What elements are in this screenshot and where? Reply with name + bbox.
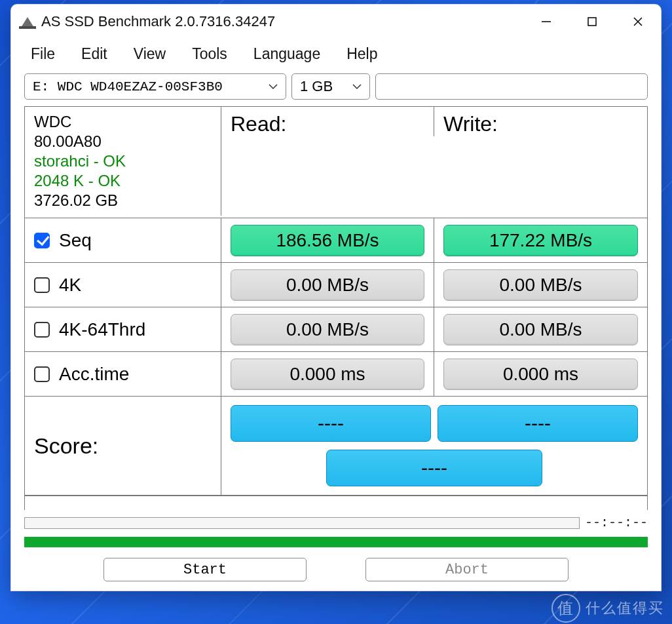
menu-file[interactable]: File [31,45,55,63]
row-4k: 4K 0.00 MB/s 0.00 MB/s [25,263,647,307]
menu-language[interactable]: Language [253,45,320,63]
value-acc-write: 0.000 ms [443,359,638,390]
results-grid: WDC 80.00A80 storahci - OK 2048 K - OK 3… [24,106,648,496]
watermark-badge: 值 [551,594,580,623]
row-acc-read-cell: 0.000 ms [221,352,434,396]
size-select-value: 1 GB [300,78,346,95]
svg-rect-2 [588,18,596,26]
row-acc-label-cell: Acc.time [25,352,221,396]
column-read: Read: [221,107,434,136]
value-4k64-read: 0.00 MB/s [231,314,424,345]
toolbar-spacer-box [375,73,648,100]
maximize-button[interactable] [569,5,615,39]
menu-tools[interactable]: Tools [192,45,227,63]
label-acc: Acc.time [59,364,129,385]
watermark-text: 什么值得买 [586,598,664,618]
score-read: ---- [231,405,431,442]
drive-select[interactable]: E: WDC WD40EZAZ-00SF3B0 [24,73,286,100]
value-acc-read: 0.000 ms [231,359,424,390]
value-4k-read: 0.00 MB/s [231,269,424,301]
drive-capacity: 3726.02 GB [34,191,118,210]
value-4k64-write: 0.00 MB/s [443,314,638,345]
grid-footer-strip [24,496,648,510]
toolbar: E: WDC WD40EZAZ-00SF3B0 1 GB [11,73,661,106]
watermark: 值 什么值得买 [551,594,664,623]
drive-select-value: E: WDC WD40EZAZ-00SF3B0 [33,79,262,94]
completion-bar [24,537,648,547]
titlebar: AS SSD Benchmark 2.0.7316.34247 [11,5,661,39]
row-4k-label-cell: 4K [25,263,221,307]
value-4k-write: 0.00 MB/s [443,269,638,301]
close-button[interactable] [615,5,661,39]
score-label: Score: [25,397,221,495]
size-select[interactable]: 1 GB [291,73,370,100]
row-acc-write-cell: 0.000 ms [434,352,647,396]
value-seq-write: 177.22 MB/s [443,225,638,256]
drive-name: WDC [34,112,71,132]
row-seq-read-cell: 186.56 MB/s [221,218,434,262]
elapsed-time: --:--:-- [585,515,648,530]
chevron-down-icon [267,81,279,92]
label-4k: 4K [59,275,81,296]
window-controls [523,5,661,39]
row-seq: Seq 186.56 MB/s 177.22 MB/s [25,218,647,263]
header-row: WDC 80.00A80 storahci - OK 2048 K - OK 3… [25,107,647,218]
minimize-button[interactable] [523,5,569,39]
window-title: AS SSD Benchmark 2.0.7316.34247 [41,13,275,30]
svg-rect-0 [19,26,36,29]
checkbox-4k[interactable] [34,277,50,293]
row-seq-write-cell: 177.22 MB/s [434,218,647,262]
app-window: AS SSD Benchmark 2.0.7316.34247 File Edi… [10,4,662,591]
alignment-status: 2048 K - OK [34,171,121,191]
row-4k64-write-cell: 0.00 MB/s [434,307,647,351]
checkbox-4k64[interactable] [34,322,50,338]
label-4k64: 4K-64Thrd [59,319,145,340]
app-icon [19,14,36,29]
drive-info: WDC 80.00A80 storahci - OK 2048 K - OK 3… [25,107,221,216]
button-row: Start Abort [11,547,661,591]
score-write: ---- [438,405,638,442]
row-4k64-read-cell: 0.00 MB/s [221,307,434,351]
driver-status: storahci - OK [34,151,126,171]
score-total: ---- [326,450,542,486]
row-4k64-label-cell: 4K-64Thrd [25,307,221,351]
checkbox-seq[interactable] [34,233,50,248]
row-4k64: 4K-64Thrd 0.00 MB/s 0.00 MB/s [25,307,647,352]
drive-firmware: 80.00A80 [34,132,102,151]
progress-row: --:--:-- [24,515,648,530]
menubar: File Edit View Tools Language Help [11,39,661,73]
row-acc: Acc.time 0.000 ms 0.000 ms [25,352,647,397]
menu-edit[interactable]: Edit [81,45,107,63]
value-seq-read: 186.56 MB/s [231,225,424,256]
column-write: Write: [434,107,647,136]
score-area: ---- ---- ---- [221,397,647,495]
start-button[interactable]: Start [103,558,307,581]
row-4k-write-cell: 0.00 MB/s [434,263,647,307]
menu-help[interactable]: Help [346,45,377,63]
chevron-down-icon [351,81,363,92]
label-seq: Seq [59,230,92,251]
row-seq-label-cell: Seq [25,218,221,262]
row-score: Score: ---- ---- ---- [25,397,647,495]
checkbox-acc[interactable] [34,366,50,382]
abort-button[interactable]: Abort [365,558,569,581]
row-4k-read-cell: 0.00 MB/s [221,263,434,307]
menu-view[interactable]: View [134,45,166,63]
progress-bar [24,517,580,529]
